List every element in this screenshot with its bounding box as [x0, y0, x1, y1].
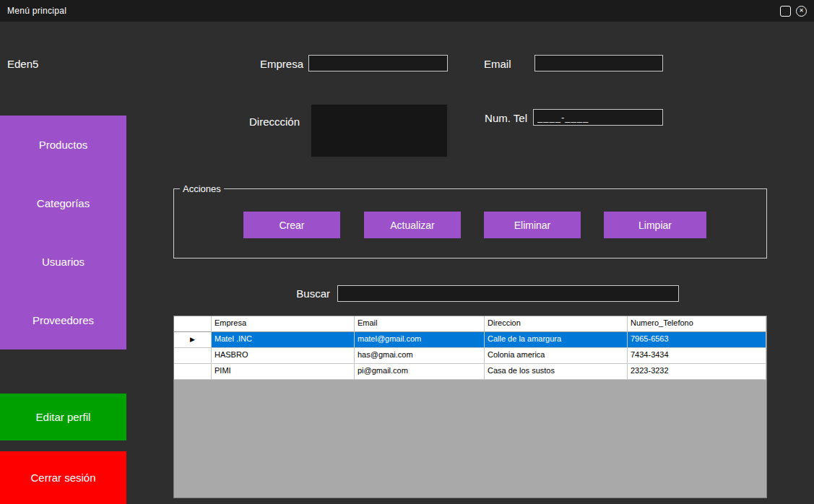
- limpiar-button[interactable]: Limpiar: [604, 212, 706, 238]
- sidebar-item-proveedores[interactable]: Proveedores: [0, 291, 126, 349]
- direccion-field[interactable]: [311, 104, 448, 157]
- grid-header-row: Empresa Email Direccion Numero_Telefono: [174, 316, 766, 332]
- grid-header-row-selector: [174, 316, 212, 332]
- numtel-field[interactable]: [533, 109, 663, 126]
- cell-numero-telefono[interactable]: 7434-3434: [628, 348, 766, 364]
- grid-header-empresa[interactable]: Empresa: [212, 316, 355, 332]
- cell-direccion[interactable]: Colonia america: [485, 348, 628, 364]
- sidebar-nav: Productos Categorías Usuarios Proveedore…: [0, 116, 126, 349]
- app-brand: Eden5: [7, 58, 38, 70]
- sidebar-item-categorias[interactable]: Categorías: [0, 174, 126, 233]
- email-field[interactable]: [534, 55, 663, 71]
- actualizar-button[interactable]: Actualizar: [364, 212, 461, 238]
- cell-email[interactable]: has@gmai.com: [355, 348, 485, 364]
- row-selector[interactable]: [174, 364, 212, 380]
- empresa-label: Empresa: [231, 58, 303, 70]
- table-row[interactable]: ▶ Matel .INC matel@gmail.com Calle de la…: [174, 332, 766, 348]
- crear-button[interactable]: Crear: [243, 212, 340, 238]
- grid-header-numero-telefono[interactable]: Numero_Telefono: [628, 316, 766, 332]
- cell-empresa[interactable]: Matel .INC: [212, 332, 355, 348]
- cell-email[interactable]: pi@gmail.com: [355, 364, 485, 380]
- numtel-label: Num. Tel: [473, 112, 527, 124]
- grid-empty-area: [174, 380, 766, 498]
- current-row-arrow-icon[interactable]: ▶: [174, 332, 212, 348]
- cell-email[interactable]: matel@gmail.com: [355, 332, 485, 348]
- cell-direccion[interactable]: Casa de los sustos: [485, 364, 628, 380]
- buscar-field[interactable]: [337, 285, 679, 302]
- cell-numero-telefono[interactable]: 2323-3232: [628, 364, 766, 380]
- table-row[interactable]: HASBRO has@gmai.com Colonia america 7434…: [174, 348, 766, 364]
- buscar-label: Buscar: [287, 287, 330, 300]
- cell-empresa[interactable]: PIMI: [212, 364, 355, 380]
- cell-direccion[interactable]: Calle de la amargura: [485, 332, 628, 348]
- table-row[interactable]: PIMI pi@gmail.com Casa de los sustos 232…: [174, 364, 766, 380]
- cell-empresa[interactable]: HASBRO: [212, 348, 355, 364]
- logout-button[interactable]: Cerrar sesión: [0, 451, 126, 504]
- maximize-icon[interactable]: [780, 6, 791, 17]
- acciones-group-label: Acciones: [180, 183, 224, 194]
- close-icon[interactable]: ✕: [796, 6, 807, 17]
- window-controls: ✕: [780, 6, 807, 17]
- title-bar: Menú principal ✕: [0, 0, 814, 22]
- grid-header-email[interactable]: Email: [355, 316, 485, 332]
- direccion-label: Direccción: [228, 116, 300, 128]
- cell-numero-telefono[interactable]: 7965-6563: [628, 332, 766, 348]
- empresa-field[interactable]: [308, 55, 448, 71]
- grid-header-direccion[interactable]: Direccion: [485, 316, 628, 332]
- email-label: Email: [484, 58, 511, 70]
- edit-profile-button[interactable]: Editar perfil: [0, 394, 126, 440]
- proveedores-data-grid: Empresa Email Direccion Numero_Telefono …: [173, 316, 767, 498]
- eliminar-button[interactable]: Eliminar: [484, 212, 581, 238]
- sidebar-item-usuarios[interactable]: Usuarios: [0, 233, 126, 291]
- row-selector[interactable]: [174, 348, 212, 364]
- sidebar-item-productos[interactable]: Productos: [0, 116, 126, 174]
- window-title: Menú principal: [7, 6, 66, 16]
